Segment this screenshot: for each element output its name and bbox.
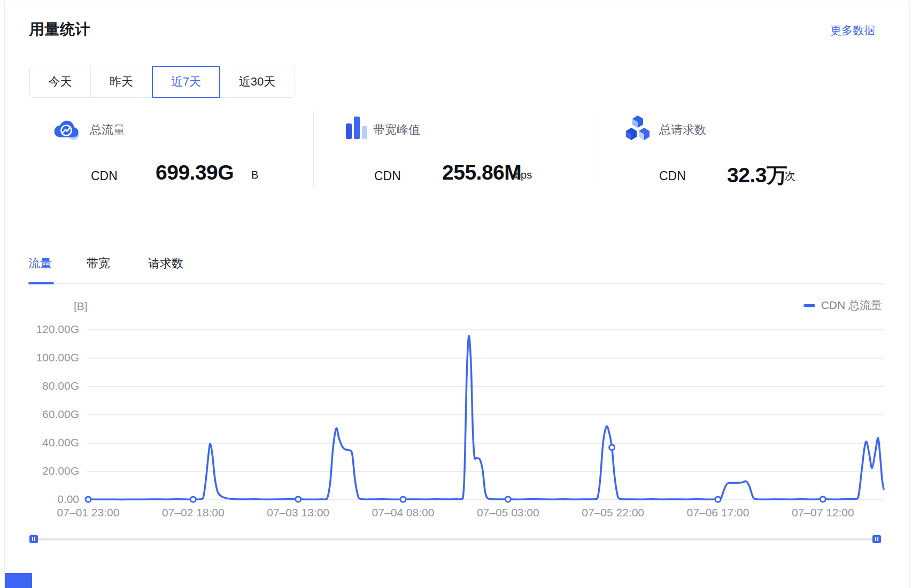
range-tab-yesterday[interactable]: 昨天	[91, 66, 152, 97]
y-axis-label: 120.00G	[20, 323, 79, 336]
stat-value: 255.86M	[442, 161, 521, 184]
cloud-traffic-icon	[53, 117, 80, 145]
card-divider	[599, 111, 599, 188]
tab-underline-track	[28, 283, 884, 284]
panel-border-top	[4, 2, 909, 2]
x-axis-label: 07–06 17:00	[673, 506, 763, 519]
zoom-slider-handle-left[interactable]	[29, 535, 38, 543]
stat-label: 总请求数	[659, 122, 706, 138]
metric-tab-traffic[interactable]: 流量	[28, 256, 52, 272]
request-cubes-icon	[624, 114, 651, 143]
stat-value: 699.39G	[156, 161, 234, 184]
zoom-slider-track[interactable]	[34, 538, 879, 540]
x-axis-label: 07–05 03:00	[462, 506, 553, 519]
more-data-link[interactable]: 更多数据	[830, 23, 875, 38]
page-title: 用量统计	[29, 19, 90, 40]
stat-product: CDN	[91, 169, 118, 183]
y-axis-label: 40.00G	[20, 436, 79, 449]
x-axis-label: 07–04 08:00	[358, 506, 449, 519]
bandwidth-bars-icon	[345, 115, 369, 143]
y-axis-label: 0.00	[20, 493, 79, 506]
stat-product: CDN	[659, 169, 686, 183]
stat-label: 总流量	[90, 122, 125, 138]
stat-product: CDN	[374, 169, 401, 183]
stat-unit: bps	[515, 169, 532, 181]
range-tab-group: 今天 昨天 近7天 近30天	[29, 66, 295, 98]
metric-tab-bandwidth[interactable]: 带宽	[87, 256, 110, 272]
x-axis-label: 07–01 23:00	[43, 506, 134, 519]
bottom-left-blue-box	[5, 573, 32, 588]
x-axis-label: 07–05 22:00	[568, 506, 659, 519]
chart-plot-svg[interactable]	[0, 291, 912, 529]
card-divider	[313, 111, 314, 188]
usage-chart[interactable]: [B] CDN 总流量 120.00G100.00G80.00G60.00G40…	[0, 291, 912, 553]
y-axis-label: 80.00G	[20, 380, 79, 392]
y-axis-label: 100.00G	[20, 351, 79, 364]
metric-tab-requests[interactable]: 请求数	[148, 256, 183, 272]
stat-unit: 次	[785, 169, 795, 183]
range-tab-today[interactable]: 今天	[30, 66, 91, 97]
active-tab-indicator	[28, 282, 54, 284]
stat-value: 32.3万	[727, 161, 787, 190]
x-axis-label: 07–03 13:00	[253, 506, 344, 519]
x-axis-label: 07–07 12:00	[777, 506, 868, 519]
stat-unit: B	[251, 169, 258, 181]
y-axis-label: 20.00G	[20, 465, 79, 477]
y-axis-label: 60.00G	[20, 408, 79, 421]
range-tab-last30days[interactable]: 近30天	[220, 66, 295, 97]
range-tab-last7days[interactable]: 近7天	[152, 66, 220, 98]
x-axis-label: 07–02 18:00	[148, 506, 238, 519]
zoom-slider-handle-right[interactable]	[872, 535, 881, 543]
stat-label: 带宽峰值	[373, 122, 420, 138]
